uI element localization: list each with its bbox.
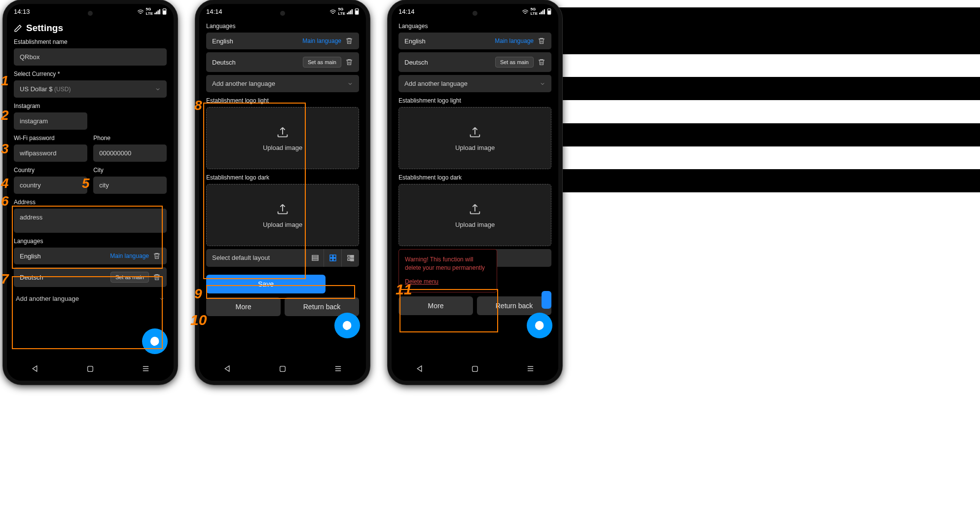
upload-label: Upload image	[263, 144, 302, 151]
language-row-english: English Main language	[399, 33, 551, 49]
svg-rect-17	[333, 255, 335, 257]
svg-rect-12	[356, 10, 358, 13]
save-button-partial[interactable]	[542, 291, 551, 309]
status-icons: 5GLTE	[329, 7, 359, 16]
more-button[interactable]: More	[399, 296, 473, 315]
add-language-button[interactable]: Add another language	[206, 75, 359, 92]
label-logo-dark: Establishment logo dark	[206, 174, 359, 181]
layout-selector: Select default layout	[206, 249, 359, 267]
chat-fab[interactable]	[334, 313, 360, 338]
svg-rect-46	[472, 366, 478, 371]
status-bar: 14:13 5GLTE	[7, 4, 174, 19]
language-name: English	[212, 37, 233, 45]
wifi-input[interactable]: wifipassword	[14, 144, 87, 162]
upload-label: Upload image	[263, 221, 302, 228]
chevron-down-icon	[540, 81, 545, 87]
add-language-button[interactable]: Add another language	[14, 290, 167, 307]
phone-1: 14:13 5GLTE Settings Establishment name …	[3, 0, 178, 385]
save-button[interactable]: Save	[206, 275, 326, 293]
nav-back-icon[interactable]	[223, 364, 231, 375]
trash-icon[interactable]	[345, 37, 353, 45]
trash-icon[interactable]	[538, 58, 545, 66]
svg-rect-13	[312, 255, 318, 257]
warning-text: Warning! This function will delete your …	[405, 255, 491, 273]
nav-back-icon[interactable]	[415, 364, 424, 375]
upload-logo-dark[interactable]: Upload image	[399, 184, 551, 246]
nav-recent-icon[interactable]	[334, 364, 342, 375]
main-language-badge: Main language	[495, 37, 534, 44]
country-input[interactable]: country	[14, 177, 87, 194]
page-title: Settings	[26, 23, 63, 34]
svg-rect-5	[163, 10, 165, 13]
svg-rect-0	[154, 12, 155, 14]
add-language-button[interactable]: Add another language	[399, 75, 551, 92]
label-currency: Select Currency *	[14, 71, 167, 77]
svg-rect-21	[351, 255, 354, 256]
svg-rect-22	[351, 257, 354, 258]
est-name-input[interactable]: QRbox	[14, 48, 167, 66]
status-time: 14:14	[206, 8, 222, 15]
svg-rect-15	[312, 259, 318, 260]
chevron-down-icon	[155, 86, 161, 92]
svg-rect-23	[348, 259, 350, 261]
layout-cards-icon[interactable]	[341, 249, 359, 267]
language-row-deutsch: Deutsch Set as main	[399, 52, 551, 72]
label-logo-light: Establishment logo light	[206, 97, 359, 104]
svg-rect-18	[330, 258, 332, 261]
phone-input[interactable]: 000000000	[93, 144, 167, 162]
svg-rect-26	[280, 366, 286, 371]
status-icons: 5GLTE	[137, 7, 167, 16]
upload-icon	[276, 202, 290, 216]
nav-home-icon[interactable]	[279, 365, 287, 375]
set-main-button[interactable]: Set as main	[303, 57, 341, 68]
nav-home-icon[interactable]	[86, 365, 94, 375]
chat-fab[interactable]	[527, 313, 552, 338]
upload-logo-light[interactable]: Upload image	[399, 107, 551, 169]
label-phone: Phone	[93, 135, 167, 142]
svg-rect-14	[312, 257, 318, 259]
nav-home-icon[interactable]	[471, 365, 479, 375]
set-main-button[interactable]: Set as main	[110, 272, 149, 283]
trash-icon[interactable]	[153, 273, 161, 281]
main-language-badge: Main language	[110, 252, 149, 259]
phone-3: 14:14 5GLTE Languages English Main langu…	[388, 0, 562, 385]
label-languages: Languages	[14, 238, 167, 245]
add-language-label: Add another language	[16, 295, 79, 302]
page-header: Settings	[14, 23, 167, 34]
delete-menu-button[interactable]: Delete menu	[405, 278, 438, 286]
status-bar: 14:14 5GLTE	[392, 4, 558, 19]
address-input[interactable]: address	[14, 209, 167, 233]
currency-select[interactable]: US Dollar $ (USD)	[14, 80, 167, 98]
nav-back-icon[interactable]	[31, 364, 39, 375]
add-language-label: Add another language	[212, 80, 275, 87]
trash-icon[interactable]	[153, 252, 161, 260]
trash-icon[interactable]	[345, 58, 353, 66]
android-nav-bar	[199, 359, 366, 381]
instagram-input[interactable]: instagram	[14, 112, 87, 130]
upload-logo-light[interactable]: Upload image	[206, 107, 359, 169]
layout-grid-icon[interactable]	[324, 249, 341, 267]
set-main-button[interactable]: Set as main	[495, 57, 534, 68]
chat-fab[interactable]	[142, 328, 168, 354]
nav-recent-icon[interactable]	[142, 364, 150, 375]
city-input[interactable]: city	[93, 177, 167, 194]
pencil-icon	[14, 24, 22, 33]
upload-logo-dark[interactable]: Upload image	[206, 184, 359, 246]
status-time: 14:13	[14, 8, 30, 15]
upload-icon	[468, 125, 482, 139]
language-row-english: English Main language	[206, 33, 359, 49]
more-button[interactable]: More	[206, 297, 281, 316]
svg-rect-10	[352, 9, 353, 14]
layout-list-icon[interactable]	[306, 249, 324, 267]
language-name: English	[404, 37, 426, 45]
label-logo-light: Establishment logo light	[399, 97, 551, 104]
svg-rect-27	[539, 12, 540, 14]
svg-rect-29	[543, 10, 544, 14]
svg-rect-19	[333, 258, 335, 261]
label-est-name: Establishment name	[14, 38, 167, 45]
language-name: Deutsch	[20, 274, 43, 281]
trash-icon[interactable]	[538, 37, 545, 45]
nav-recent-icon[interactable]	[526, 364, 535, 375]
label-wifi: Wi-Fi password	[14, 135, 87, 142]
layout-label: Select default layout	[206, 249, 306, 267]
